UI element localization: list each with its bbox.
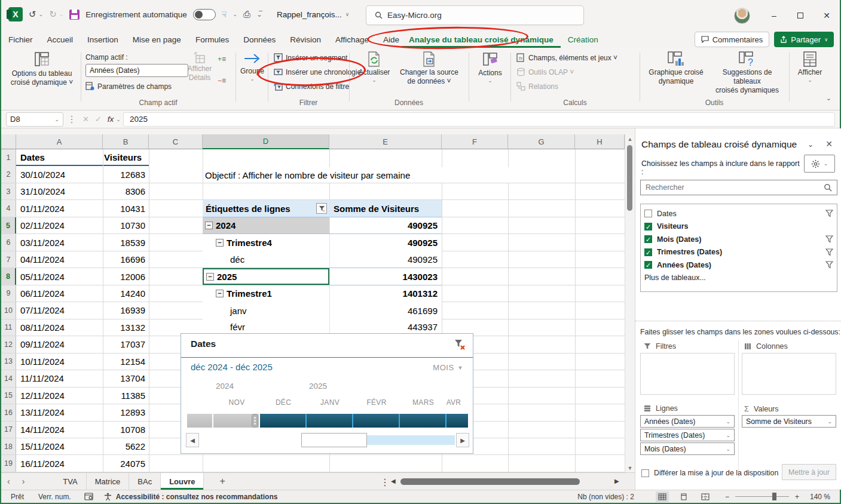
pivot-value[interactable]: 1430023 (329, 268, 442, 284)
print-preview-icon[interactable]: ⎙ (243, 9, 250, 20)
timeline-segment-unselected[interactable] (187, 414, 213, 428)
field-visiteurs[interactable]: ✓ Visiteurs (641, 220, 837, 233)
cell[interactable]: 10730 (103, 217, 149, 233)
timeline-selection-handle[interactable] (252, 414, 258, 428)
sheet-tab-matrice[interactable]: Matrice (87, 473, 130, 490)
redo-button[interactable]: ↻⌄ (49, 9, 63, 20)
pivot-filter-icon[interactable] (316, 203, 327, 214)
collapse-icon[interactable]: − (206, 273, 214, 281)
field-mois[interactable]: ✓ Mois (Dates) (641, 233, 837, 246)
cell[interactable]: 12683 (103, 166, 149, 182)
field-filter-icon[interactable] (825, 248, 833, 256)
cell[interactable]: 11/11/2024 (16, 370, 103, 386)
pivot-value[interactable]: 490925 (329, 217, 442, 233)
values-pill-somme[interactable]: Somme de Visiteurs⌄ (742, 415, 836, 428)
page-break-view-icon[interactable] (699, 491, 712, 502)
defer-checkbox-icon[interactable] (641, 469, 649, 477)
zoom-level[interactable]: 140 % (810, 493, 830, 501)
row-header[interactable]: 16 (1, 404, 16, 420)
touch-mode-icon[interactable]: ☟ (222, 10, 227, 19)
zoom-out-icon[interactable]: − (725, 493, 729, 501)
checkbox-unchecked-icon[interactable] (644, 210, 652, 217)
col-header-g[interactable]: G (508, 134, 575, 149)
row-header[interactable]: 19 (1, 455, 16, 471)
pivot-row-trimestre4[interactable]: −Trimestre4 (203, 234, 329, 251)
rows-pill-mois[interactable]: Mois (Dates)⌄ (640, 442, 735, 455)
cell[interactable]: 05/11/2024 (16, 268, 103, 284)
checkbox-checked-icon[interactable]: ✓ (644, 261, 652, 269)
sheet-nav-right-icon[interactable]: › (16, 477, 31, 486)
col-header-a[interactable]: A (16, 134, 103, 149)
cell[interactable]: 8306 (103, 183, 149, 199)
more-tables-link[interactable]: Plus de tableaux... (641, 272, 837, 285)
actions-button[interactable]: Actions⌄ (475, 51, 506, 84)
tab-donnees[interactable]: Données (236, 31, 283, 48)
pivot-value[interactable]: 461699 (329, 302, 442, 319)
checkbox-checked-icon[interactable]: ✓ (644, 248, 652, 256)
tab-mise-en-page[interactable]: Mise en page (126, 31, 188, 48)
cell[interactable]: 12154 (103, 354, 149, 370)
cell[interactable]: 16939 (103, 302, 149, 318)
normal-view-icon[interactable] (656, 491, 669, 502)
row-header[interactable]: 10 (1, 302, 16, 318)
scroll-down-icon[interactable]: ▼ (625, 463, 635, 472)
timeline-bar[interactable] (187, 414, 468, 428)
cell[interactable]: 09/11/2024 (16, 336, 103, 352)
cell[interactable]: 11385 (103, 388, 149, 404)
zoom-slider-thumb[interactable] (772, 493, 776, 500)
col-header-c[interactable]: C (149, 134, 203, 149)
sheet-tab-bac[interactable]: BAc (129, 473, 161, 490)
pivot-header-values[interactable]: Somme de Visiteurs (329, 200, 442, 217)
cell[interactable]: 07/11/2024 (16, 302, 103, 318)
horizontal-scroll-left-icon[interactable]: ◀ (391, 478, 396, 484)
filter-connections-button[interactable]: Connexions de filtre (274, 82, 349, 91)
row-header[interactable]: 18 (1, 438, 16, 454)
cell[interactable]: 5622 (103, 438, 149, 454)
row-header[interactable]: 1 (1, 149, 16, 166)
columns-dropzone[interactable] (742, 353, 836, 395)
pivot-chart-button[interactable]: Graphique croisédynamique (644, 51, 708, 86)
fields-search[interactable] (640, 180, 837, 195)
collapse-icon[interactable]: − (216, 290, 224, 297)
objective-text[interactable]: Objectif : Afficher le nombre de visiteu… (205, 167, 519, 183)
vertical-scrollbar[interactable]: ▲ ▼ (625, 134, 634, 472)
search-box[interactable]: Easy-Micro.org (366, 5, 584, 25)
tab-affichage[interactable]: Affichage (328, 31, 376, 48)
tab-aide[interactable]: Aide (376, 31, 402, 48)
clear-filter-icon[interactable] (454, 339, 466, 351)
tab-creation[interactable]: Création (561, 31, 605, 48)
col-header-b[interactable]: B (103, 134, 149, 149)
pivot-row-trimestre1[interactable]: −Trimestre1 (203, 285, 329, 302)
pivot-value[interactable]: 490925 (329, 234, 442, 251)
cell[interactable]: 03/11/2024 (16, 234, 103, 250)
minimize-button[interactable]: – (761, 5, 787, 26)
tab-revision[interactable]: Révision (283, 31, 328, 48)
pane-chevron-icon[interactable]: ⌄ (808, 140, 814, 149)
cell[interactable]: 17037 (103, 336, 149, 352)
timeline-segment-janv-selected[interactable] (307, 414, 353, 428)
zoom-slider[interactable] (735, 496, 789, 497)
show-button[interactable]: Afficher⌄ (793, 51, 827, 84)
select-all-corner[interactable] (1, 134, 16, 149)
collapse-field-button[interactable]: −≡ (218, 76, 226, 85)
tab-analyse-tcd[interactable]: Analyse du tableau croisé dynamique (402, 31, 561, 48)
insert-timeline-button[interactable]: Insérer une chronologie (274, 67, 361, 76)
tab-formules[interactable]: Formules (188, 31, 236, 48)
timeline-scroll-thumb[interactable] (301, 433, 367, 447)
pivot-options-button[interactable]: Options du tableau croisé dynamique ˅ (10, 51, 74, 87)
avatar[interactable] (734, 8, 750, 24)
pivot-value[interactable]: 1401312 (329, 285, 442, 302)
col-header-d[interactable]: D (203, 134, 329, 149)
field-filter-icon[interactable] (825, 210, 833, 217)
row-header[interactable]: 8 (1, 268, 16, 284)
cell[interactable]: 08/11/2024 (16, 319, 103, 336)
timeline-segment-dec-selected[interactable] (260, 414, 307, 428)
name-box[interactable]: D8⌄ (6, 112, 63, 127)
qat-overflow-icon[interactable]: ⌄̅ (256, 10, 262, 19)
sheet-tab-louvre[interactable]: Louvre (161, 473, 204, 490)
col-header-h[interactable]: H (575, 134, 625, 149)
cell[interactable]: 13/11/2024 (16, 404, 103, 420)
cell[interactable]: 12006 (103, 268, 149, 284)
cell[interactable]: 14240 (103, 285, 149, 302)
recommended-pivottables-button[interactable]: ? Suggestions de tableauxcroisés dynamiq… (709, 51, 785, 95)
